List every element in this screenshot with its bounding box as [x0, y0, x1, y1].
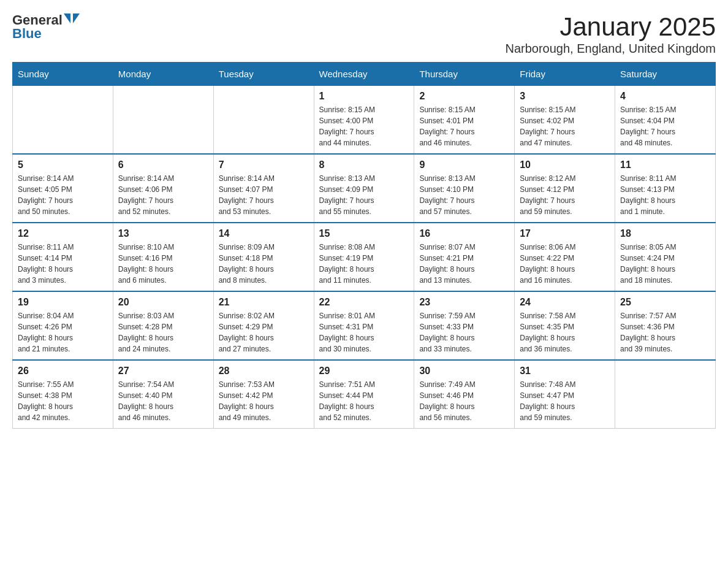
- calendar-cell: 19Sunrise: 8:04 AM Sunset: 4:26 PM Dayli…: [13, 291, 113, 360]
- day-number: 12: [18, 228, 108, 239]
- day-info: Sunrise: 8:11 AM Sunset: 4:14 PM Dayligh…: [18, 242, 108, 286]
- day-info: Sunrise: 8:12 AM Sunset: 4:12 PM Dayligh…: [520, 173, 610, 217]
- day-number: 10: [520, 159, 610, 170]
- day-info: Sunrise: 8:01 AM Sunset: 4:31 PM Dayligh…: [319, 310, 409, 354]
- day-number: 17: [520, 228, 610, 239]
- day-info: Sunrise: 8:14 AM Sunset: 4:05 PM Dayligh…: [18, 173, 108, 217]
- day-info: Sunrise: 8:13 AM Sunset: 4:10 PM Dayligh…: [419, 173, 509, 217]
- calendar-cell: 30Sunrise: 7:49 AM Sunset: 4:46 PM Dayli…: [414, 360, 515, 429]
- day-number: 15: [319, 228, 409, 239]
- calendar-cell: 20Sunrise: 8:03 AM Sunset: 4:28 PM Dayli…: [113, 291, 213, 360]
- day-info: Sunrise: 8:06 AM Sunset: 4:22 PM Dayligh…: [520, 242, 610, 286]
- calendar-cell: [13, 86, 113, 155]
- day-number: 25: [620, 297, 710, 308]
- calendar-cell: 18Sunrise: 8:05 AM Sunset: 4:24 PM Dayli…: [615, 223, 716, 291]
- calendar-cell: [615, 360, 716, 429]
- calendar-cell: 2Sunrise: 8:15 AM Sunset: 4:01 PM Daylig…: [414, 86, 515, 155]
- day-number: 2: [419, 91, 509, 102]
- day-info: Sunrise: 8:15 AM Sunset: 4:04 PM Dayligh…: [620, 104, 710, 148]
- calendar-week-row: 12Sunrise: 8:11 AM Sunset: 4:14 PM Dayli…: [13, 223, 716, 291]
- calendar-cell: 27Sunrise: 7:54 AM Sunset: 4:40 PM Dayli…: [113, 360, 213, 429]
- day-info: Sunrise: 8:13 AM Sunset: 4:09 PM Dayligh…: [319, 173, 409, 217]
- day-number: 8: [319, 159, 409, 170]
- day-number: 1: [319, 91, 409, 102]
- calendar-cell: 1Sunrise: 8:15 AM Sunset: 4:00 PM Daylig…: [314, 86, 414, 155]
- day-info: Sunrise: 8:10 AM Sunset: 4:16 PM Dayligh…: [118, 242, 208, 286]
- day-number: 6: [118, 159, 208, 170]
- calendar-cell: 26Sunrise: 7:55 AM Sunset: 4:38 PM Dayli…: [13, 360, 113, 429]
- title-block: January 2025 Narborough, England, United…: [505, 12, 716, 56]
- day-number: 21: [219, 297, 309, 308]
- day-info: Sunrise: 8:15 AM Sunset: 4:02 PM Dayligh…: [520, 104, 610, 148]
- day-number: 5: [18, 159, 108, 170]
- day-header-friday: Friday: [515, 63, 615, 86]
- calendar-cell: 25Sunrise: 7:57 AM Sunset: 4:36 PM Dayli…: [615, 291, 716, 360]
- calendar-week-row: 26Sunrise: 7:55 AM Sunset: 4:38 PM Dayli…: [13, 360, 716, 429]
- day-number: 30: [419, 366, 509, 377]
- day-number: 31: [520, 366, 610, 377]
- calendar-week-row: 19Sunrise: 8:04 AM Sunset: 4:26 PM Dayli…: [13, 291, 716, 360]
- day-number: 20: [118, 297, 208, 308]
- calendar-cell: 23Sunrise: 7:59 AM Sunset: 4:33 PM Dayli…: [414, 291, 515, 360]
- day-number: 16: [419, 228, 509, 239]
- day-info: Sunrise: 8:08 AM Sunset: 4:19 PM Dayligh…: [319, 242, 409, 286]
- day-number: 29: [319, 366, 409, 377]
- day-number: 9: [419, 159, 509, 170]
- calendar-cell: 12Sunrise: 8:11 AM Sunset: 4:14 PM Dayli…: [13, 223, 113, 291]
- calendar-header-row: SundayMondayTuesdayWednesdayThursdayFrid…: [13, 63, 716, 86]
- day-number: 24: [520, 297, 610, 308]
- page-subtitle: Narborough, England, United Kingdom: [505, 42, 716, 56]
- day-info: Sunrise: 7:57 AM Sunset: 4:36 PM Dayligh…: [620, 310, 710, 354]
- calendar-cell: 7Sunrise: 8:14 AM Sunset: 4:07 PM Daylig…: [213, 154, 314, 223]
- calendar-cell: 6Sunrise: 8:14 AM Sunset: 4:06 PM Daylig…: [113, 154, 213, 223]
- day-info: Sunrise: 7:49 AM Sunset: 4:46 PM Dayligh…: [419, 379, 509, 423]
- day-number: 11: [620, 159, 710, 170]
- day-number: 14: [219, 228, 309, 239]
- day-info: Sunrise: 8:11 AM Sunset: 4:13 PM Dayligh…: [620, 173, 710, 217]
- logo-blue: Blue: [12, 26, 42, 42]
- day-info: Sunrise: 8:15 AM Sunset: 4:00 PM Dayligh…: [319, 104, 409, 148]
- day-number: 7: [219, 159, 309, 170]
- calendar-cell: 24Sunrise: 7:58 AM Sunset: 4:35 PM Dayli…: [515, 291, 615, 360]
- day-number: 28: [219, 366, 309, 377]
- day-info: Sunrise: 7:48 AM Sunset: 4:47 PM Dayligh…: [520, 379, 610, 423]
- page-title: January 2025: [505, 12, 716, 42]
- day-info: Sunrise: 8:03 AM Sunset: 4:28 PM Dayligh…: [118, 310, 208, 354]
- day-header-wednesday: Wednesday: [314, 63, 414, 86]
- day-number: 4: [620, 91, 710, 102]
- logo: General Blue: [12, 12, 80, 42]
- day-header-thursday: Thursday: [414, 63, 515, 86]
- day-info: Sunrise: 7:54 AM Sunset: 4:40 PM Dayligh…: [118, 379, 208, 423]
- day-number: 22: [319, 297, 409, 308]
- page-header: General Blue January 2025 Narborough, En…: [12, 12, 716, 56]
- day-info: Sunrise: 8:05 AM Sunset: 4:24 PM Dayligh…: [620, 242, 710, 286]
- calendar-table: SundayMondayTuesdayWednesdayThursdayFrid…: [12, 62, 716, 429]
- day-header-saturday: Saturday: [615, 63, 716, 86]
- day-header-sunday: Sunday: [13, 63, 113, 86]
- calendar-week-row: 5Sunrise: 8:14 AM Sunset: 4:05 PM Daylig…: [13, 154, 716, 223]
- day-info: Sunrise: 8:15 AM Sunset: 4:01 PM Dayligh…: [419, 104, 509, 148]
- day-number: 13: [118, 228, 208, 239]
- day-number: 26: [18, 366, 108, 377]
- day-info: Sunrise: 7:59 AM Sunset: 4:33 PM Dayligh…: [419, 310, 509, 354]
- calendar-cell: 29Sunrise: 7:51 AM Sunset: 4:44 PM Dayli…: [314, 360, 414, 429]
- calendar-cell: 11Sunrise: 8:11 AM Sunset: 4:13 PM Dayli…: [615, 154, 716, 223]
- calendar-cell: 3Sunrise: 8:15 AM Sunset: 4:02 PM Daylig…: [515, 86, 615, 155]
- day-number: 23: [419, 297, 509, 308]
- calendar-cell: 8Sunrise: 8:13 AM Sunset: 4:09 PM Daylig…: [314, 154, 414, 223]
- day-number: 18: [620, 228, 710, 239]
- day-number: 19: [18, 297, 108, 308]
- calendar-cell: 21Sunrise: 8:02 AM Sunset: 4:29 PM Dayli…: [213, 291, 314, 360]
- calendar-cell: [213, 86, 314, 155]
- calendar-cell: 5Sunrise: 8:14 AM Sunset: 4:05 PM Daylig…: [13, 154, 113, 223]
- day-info: Sunrise: 8:07 AM Sunset: 4:21 PM Dayligh…: [419, 242, 509, 286]
- calendar-cell: 16Sunrise: 8:07 AM Sunset: 4:21 PM Dayli…: [414, 223, 515, 291]
- day-info: Sunrise: 7:51 AM Sunset: 4:44 PM Dayligh…: [319, 379, 409, 423]
- day-header-monday: Monday: [113, 63, 213, 86]
- day-info: Sunrise: 7:58 AM Sunset: 4:35 PM Dayligh…: [520, 310, 610, 354]
- calendar-cell: 4Sunrise: 8:15 AM Sunset: 4:04 PM Daylig…: [615, 86, 716, 155]
- calendar-cell: 10Sunrise: 8:12 AM Sunset: 4:12 PM Dayli…: [515, 154, 615, 223]
- day-header-tuesday: Tuesday: [213, 63, 314, 86]
- day-info: Sunrise: 8:09 AM Sunset: 4:18 PM Dayligh…: [219, 242, 309, 286]
- calendar-cell: 17Sunrise: 8:06 AM Sunset: 4:22 PM Dayli…: [515, 223, 615, 291]
